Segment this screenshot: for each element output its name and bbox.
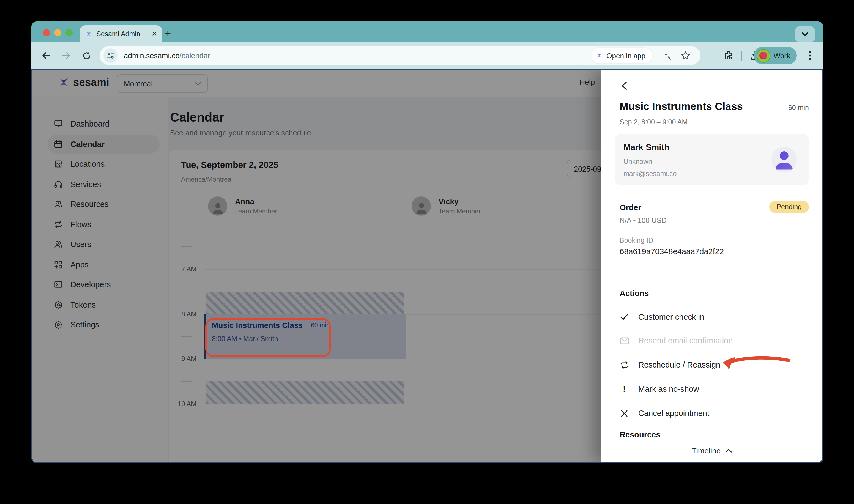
booking-id-label: Booking ID (620, 237, 653, 244)
avatar (757, 49, 770, 62)
tab-search-button[interactable] (795, 26, 816, 42)
action-reschedule-reassign[interactable]: Reschedule / Reassign (620, 357, 720, 373)
customer-name: Mark Smith (623, 143, 669, 152)
status-badge: Pending (769, 201, 809, 213)
open-in-app-button[interactable]: Open in app (591, 48, 652, 63)
browser-menu-icon[interactable] (803, 49, 817, 62)
repeat-icon (620, 361, 629, 369)
chevron-left-icon (620, 81, 630, 91)
action-cancel-appointment[interactable]: Cancel appointment (620, 405, 709, 421)
action-customer-check-in[interactable]: Customer check in (620, 309, 704, 325)
close-window-button[interactable] (43, 29, 50, 36)
reload-icon (82, 51, 91, 60)
new-tab-button[interactable]: + (161, 27, 175, 40)
order-detail: N/A • 100 USD (620, 216, 667, 224)
site-settings-icon[interactable] (104, 49, 118, 63)
browser-tab[interactable]: Sesami Admin ✕ (80, 25, 162, 42)
booking-id-value: 68a619a70348e4aaa7da2f22 (620, 247, 724, 256)
bookmark-star-icon[interactable] (681, 51, 691, 60)
url-text: admin.sesami.co/calendar (124, 51, 210, 60)
panel-duration: 60 min (788, 104, 809, 112)
tab-close-icon[interactable]: ✕ (151, 30, 157, 37)
mail-icon (620, 337, 629, 344)
appointment-detail-panel: Music Instruments Class 60 min Sep 2, 8:… (601, 70, 822, 462)
x-icon (620, 410, 629, 417)
screen: Sesami Admin ✕ + admin.ses (0, 0, 854, 504)
forward-button[interactable] (59, 49, 73, 62)
extensions-icon[interactable] (722, 49, 735, 62)
back-button[interactable] (39, 49, 52, 62)
back-button[interactable] (620, 81, 631, 92)
url-bar[interactable]: admin.sesami.co/calendar Open in app (99, 46, 701, 65)
annotation-highlight-box (205, 318, 331, 357)
toolbar-divider (741, 51, 742, 61)
timeline-toggle[interactable]: Timeline (601, 446, 822, 455)
forward-arrow-icon (61, 51, 71, 60)
reload-button[interactable] (80, 49, 93, 62)
zoom-out-icon[interactable] (662, 51, 672, 60)
back-arrow-icon (41, 51, 50, 60)
exclamation-icon: ! (620, 384, 629, 394)
browser-toolbar: admin.sesami.co/calendar Open in app (31, 42, 823, 69)
sesami-mini-logo-icon (595, 52, 603, 59)
window-controls (43, 29, 72, 36)
action-resend-email: Resend email confirmation (620, 332, 733, 349)
chevron-down-icon (802, 32, 808, 36)
annotation-arrow (719, 354, 791, 376)
customer-phone: Unknown (623, 158, 652, 166)
check-icon (620, 313, 629, 320)
profile-button[interactable]: Work (754, 47, 797, 65)
actions-label: Actions (620, 289, 649, 298)
zoom-window-button[interactable] (66, 29, 72, 36)
customer-email: mark@sesami.co (623, 170, 677, 178)
customer-card: Mark Smith Unknown mark@sesami.co (615, 134, 809, 185)
chevron-up-icon (725, 448, 731, 453)
tab-title: Sesami Admin (96, 30, 147, 38)
avatar (771, 147, 797, 172)
page-content: sesami Montreal Help Dashboard Calendar (31, 69, 823, 463)
favicon-sesami-icon (85, 30, 92, 38)
browser-window: Sesami Admin ✕ + admin.ses (31, 21, 823, 463)
action-mark-no-show[interactable]: ! Mark as no-show (620, 381, 699, 397)
minimize-window-button[interactable] (54, 29, 61, 36)
tab-strip: Sesami Admin ✕ + (31, 21, 823, 42)
panel-datetime: Sep 2, 8:00 – 9:00 AM (620, 118, 688, 126)
order-label: Order (620, 203, 641, 212)
panel-title: Music Instruments Class (620, 101, 774, 113)
resources-label: Resources (620, 430, 660, 439)
